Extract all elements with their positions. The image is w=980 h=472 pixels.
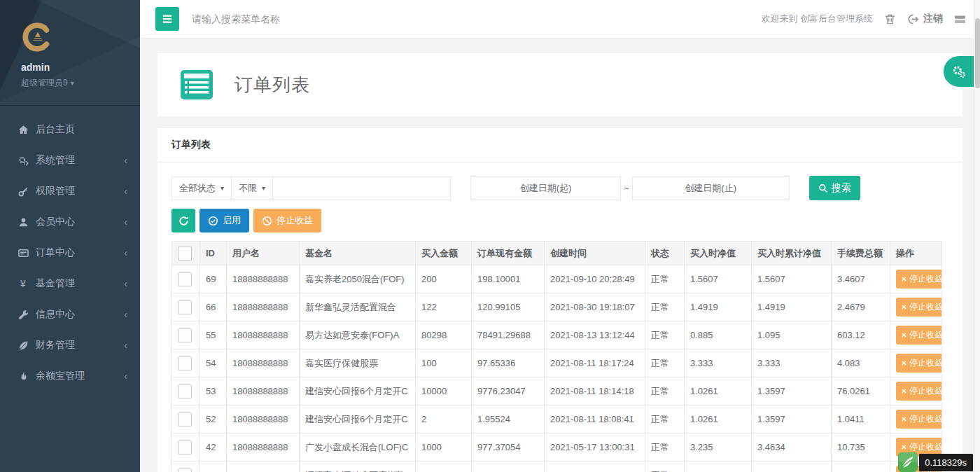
check-circle-icon: [208, 216, 218, 226]
cell-nav: 1.0261: [685, 377, 752, 405]
sidebar-item-permission[interactable]: 权限管理 ‹: [0, 176, 140, 207]
row-checkbox[interactable]: [178, 412, 192, 426]
user-icon: [18, 216, 29, 228]
stop-income-button[interactable]: 停止收益: [896, 410, 942, 429]
chevron-left-icon: ‹: [124, 155, 127, 166]
settings-fab-button[interactable]: [944, 56, 974, 87]
welcome-text: 欢迎来到 创富后台管理系统: [761, 13, 873, 25]
times-icon: [901, 388, 907, 394]
sidebar-item-system[interactable]: 系统管理 ‹: [0, 145, 140, 176]
sidebar-profile: admin 超级管理员9▾: [0, 0, 140, 105]
home-icon: [18, 124, 29, 135]
sidebar-item-info[interactable]: 信息中心 ‹: [0, 299, 140, 330]
sidebar-item-member[interactable]: 会员中心 ‹: [0, 207, 140, 237]
cell-fee: 10.735: [832, 433, 890, 461]
cell-buy-amount: 1000: [416, 433, 472, 461]
profile-role-dropdown[interactable]: 超级管理员9▾: [21, 77, 140, 89]
sidebar-toggle-button[interactable]: [155, 7, 179, 31]
dragon-logo-icon: [21, 21, 53, 53]
table-row: 41 18088888888 汇添富中证精准医疗指数A 10000 9767.7…: [172, 461, 942, 472]
cell-nav: 3.333: [685, 349, 752, 377]
toolbar: 启用 停止收益: [172, 209, 948, 232]
sidebar-item-fund[interactable]: ¥ 基金管理 ‹: [0, 268, 140, 299]
cell-created-time: 2021-08-30 19:18:07: [545, 293, 645, 321]
sidebar-item-order[interactable]: 订单中心 ‹: [0, 237, 140, 268]
stop-income-button[interactable]: 停止收益: [896, 298, 942, 317]
cell-fund-name: 建信安心回报6个月定开C: [300, 405, 416, 433]
type-select[interactable]: 不限▾: [231, 176, 273, 200]
cell-fund-name: 嘉实医疗保健股票: [300, 349, 416, 377]
cell-id: 69: [200, 265, 227, 293]
search-button[interactable]: 搜索: [809, 176, 860, 200]
row-checkbox[interactable]: [178, 356, 192, 370]
brand-logo: [21, 21, 53, 53]
caret-down-icon: ▾: [262, 184, 265, 192]
order-table-body: 69 18888888888 嘉实养老2050混合(FOF) 200 198.1…: [172, 265, 942, 472]
cell-current-amount: 1.95524: [472, 405, 545, 433]
sidebar-item-yuebao[interactable]: 余额宝管理 ‹: [0, 361, 140, 391]
filter-bar: 全部状态▾ 不限▾ ~ 搜索: [172, 176, 948, 200]
cell-fee: 1.0411: [832, 405, 890, 433]
cell-current-amount: 9776.23047: [472, 377, 545, 405]
cell-acc-nav: 3.4634: [752, 433, 832, 461]
cell-current-amount: 198.10001: [472, 265, 545, 293]
cell-fund-name: 易方达如意安泰(FOF)A: [300, 321, 416, 349]
row-checkbox[interactable]: [178, 384, 192, 398]
col-header-amount: 买入金额: [416, 242, 472, 265]
trace-timer-widget[interactable]: 0.118329s: [898, 452, 973, 472]
cell-username: 18888888888: [227, 265, 300, 293]
order-table: ID 用户名 基金名 买入金额 订单现有金额 创建时间 状态 买入时净值 买入时…: [172, 241, 942, 472]
times-icon: [901, 304, 907, 310]
row-checkbox[interactable]: [178, 300, 192, 314]
scrollbar-thumb[interactable]: [975, 18, 980, 88]
col-header-created: 创建时间: [545, 242, 645, 265]
date-end-input[interactable]: [632, 176, 790, 200]
table-row: 69 18888888888 嘉实养老2050混合(FOF) 200 198.1…: [172, 265, 942, 293]
card-icon: [18, 247, 29, 258]
chevron-left-icon: ‹: [124, 309, 127, 320]
row-checkbox[interactable]: [178, 440, 192, 454]
stop-income-button[interactable]: 停止收益: [896, 326, 942, 345]
stop-income-button[interactable]: 停止收益: [896, 354, 942, 373]
table-header-row: ID 用户名 基金名 买入金额 订单现有金额 创建时间 状态 买入时净值 买入时…: [172, 242, 942, 265]
table-row: 55 18088888888 易方达如意安泰(FOF)A 80298 78491…: [172, 321, 942, 349]
cell-acc-nav: 1.3597: [752, 405, 832, 433]
select-all-checkbox[interactable]: [178, 247, 192, 261]
chevron-left-icon: ‹: [124, 340, 127, 351]
row-checkbox[interactable]: [178, 468, 192, 472]
col-header-accnav: 买入时累计净值: [752, 242, 832, 265]
stop-income-bulk-button[interactable]: 停止收益: [253, 209, 321, 232]
cell-fund-name: 嘉实养老2050混合(FOF): [300, 265, 416, 293]
trash-icon[interactable]: [884, 13, 896, 25]
cell-fee: 76.0261: [832, 377, 890, 405]
stop-income-button[interactable]: 停止收益: [896, 270, 942, 289]
sidebar-nav: 后台主页 系统管理 ‹ 权限管理 ‹ 会员中心 ‹ 订单中心 ‹ ¥ 基金管理 …: [0, 105, 140, 391]
keyword-input[interactable]: [272, 176, 451, 200]
refresh-icon: [178, 216, 189, 226]
cell-current-amount: 9767.76758: [472, 461, 545, 472]
enable-button[interactable]: 启用: [200, 209, 249, 232]
topbar: 欢迎来到 创富后台管理系统 注销: [140, 0, 980, 39]
refresh-button[interactable]: [172, 209, 195, 232]
col-header-op: 操作: [890, 242, 942, 265]
times-icon: [901, 444, 907, 450]
cell-id: 52: [200, 405, 227, 433]
status-select[interactable]: 全部状态▾: [172, 176, 232, 200]
sidebar-item-finance[interactable]: 财务管理 ‹: [0, 330, 140, 361]
cell-nav: 1.0261: [685, 405, 752, 433]
col-header-status: 状态: [645, 242, 685, 265]
times-icon: [901, 360, 907, 366]
cell-fee: 3.4607: [832, 265, 890, 293]
caret-down-icon: ▾: [220, 184, 224, 192]
menu-search-input[interactable]: [192, 13, 346, 25]
row-checkbox[interactable]: [178, 328, 192, 342]
layout-icon[interactable]: [954, 13, 966, 25]
cell-username: 18088888888: [227, 461, 300, 472]
logout-button[interactable]: 注销: [907, 13, 943, 25]
sidebar-item-home[interactable]: 后台主页: [0, 114, 140, 145]
date-start-input[interactable]: [470, 176, 621, 200]
stop-income-button[interactable]: 停止收益: [896, 382, 942, 401]
cell-fund-name: 广发小盘成长混合(LOF)C: [300, 433, 416, 461]
row-checkbox[interactable]: [178, 272, 192, 286]
cell-fund-name: 新华鑫弘灵活配置混合: [300, 293, 416, 321]
